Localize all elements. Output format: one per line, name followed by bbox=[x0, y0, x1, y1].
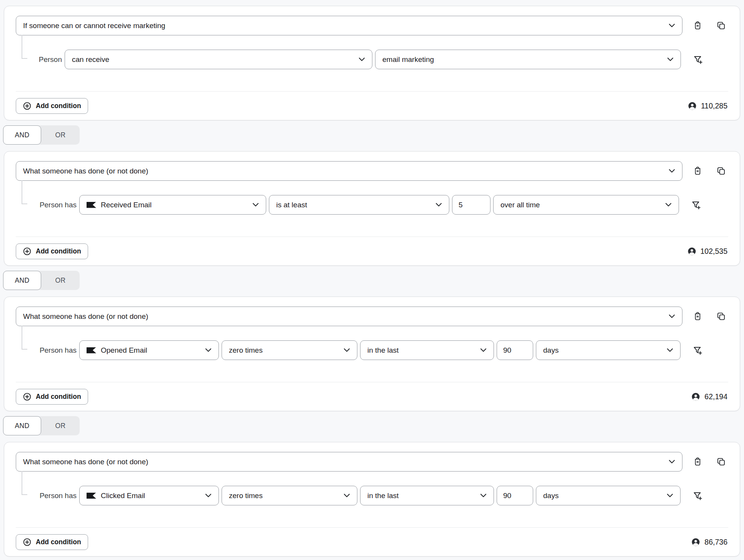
operator-select[interactable]: is at least bbox=[269, 195, 449, 215]
filter-plus-icon bbox=[693, 55, 703, 65]
plus-circle-icon bbox=[23, 102, 32, 110]
condition-block-3: What someone has done (or not done) Pers… bbox=[4, 297, 740, 411]
and-button[interactable]: AND bbox=[3, 125, 41, 145]
condition-row: Person has Opened Email zero times in th… bbox=[16, 340, 728, 360]
condition-type-select[interactable]: What someone has done (or not done) bbox=[16, 307, 682, 326]
connector-line bbox=[22, 180, 27, 204]
or-button[interactable]: OR bbox=[41, 416, 80, 435]
select-value: in the last bbox=[367, 492, 399, 500]
add-filter-button[interactable] bbox=[692, 345, 702, 355]
divider bbox=[16, 527, 728, 528]
condition-block-2: What someone has done (or not done) Pers… bbox=[4, 151, 740, 266]
or-button[interactable]: OR bbox=[41, 125, 80, 145]
flag-icon bbox=[87, 202, 96, 208]
delete-condition-button[interactable] bbox=[693, 21, 702, 30]
chevron-down-icon bbox=[660, 203, 672, 207]
window-value-input[interactable] bbox=[497, 486, 533, 505]
audience-count: 86,736 bbox=[691, 537, 728, 547]
segment-builder: If someone can or cannot receive marketi… bbox=[0, 0, 744, 557]
condition-header: If someone can or cannot receive marketi… bbox=[16, 16, 728, 35]
chevron-down-icon bbox=[338, 348, 350, 352]
delete-condition-button[interactable] bbox=[693, 312, 702, 321]
add-condition-label: Add condition bbox=[36, 102, 81, 110]
trash-icon bbox=[693, 312, 702, 321]
window-select[interactable]: in the last bbox=[360, 486, 494, 505]
chevron-down-icon bbox=[475, 493, 487, 498]
add-filter-button[interactable] bbox=[691, 200, 701, 210]
and-button[interactable]: AND bbox=[3, 416, 41, 435]
condition-type-select[interactable]: What someone has done (or not done) bbox=[16, 161, 682, 181]
audience-count-value: 86,736 bbox=[704, 538, 727, 547]
condition-actions bbox=[693, 21, 726, 30]
chevron-down-icon bbox=[200, 493, 212, 498]
and-button[interactable]: AND bbox=[3, 271, 41, 290]
chevron-down-icon bbox=[661, 493, 673, 498]
audience-count: 102,535 bbox=[687, 247, 729, 256]
timeframe-select[interactable]: over all time bbox=[493, 195, 679, 215]
condition-type-value: What someone has done (or not done) bbox=[23, 167, 148, 175]
condition-type-select[interactable]: What someone has done (or not done) bbox=[16, 452, 682, 472]
duplicate-condition-button[interactable] bbox=[716, 21, 726, 30]
audience-count-value: 110,285 bbox=[701, 102, 727, 110]
duplicate-condition-button[interactable] bbox=[716, 166, 726, 176]
event-select[interactable]: Clicked Email bbox=[79, 486, 219, 505]
audience-count: 110,285 bbox=[687, 101, 728, 111]
audience-count: 62,194 bbox=[691, 392, 728, 402]
condition-actions bbox=[693, 166, 726, 176]
duplicate-condition-button[interactable] bbox=[716, 312, 726, 321]
copy-icon bbox=[716, 457, 726, 467]
chevron-down-icon bbox=[353, 57, 365, 62]
flag-icon bbox=[87, 493, 96, 499]
add-condition-button[interactable]: Add condition bbox=[16, 98, 88, 114]
delete-condition-button[interactable] bbox=[693, 166, 702, 176]
person-circle-icon bbox=[691, 537, 701, 547]
duplicate-condition-button[interactable] bbox=[716, 457, 726, 467]
condition-footer: Add condition 62,194 bbox=[16, 389, 728, 405]
chevron-down-icon bbox=[663, 169, 675, 173]
window-unit-select[interactable]: days bbox=[536, 340, 681, 360]
and-or-toggle-2: AND OR bbox=[3, 271, 80, 290]
connector-line bbox=[22, 471, 27, 495]
and-or-toggle-3: AND OR bbox=[3, 416, 80, 435]
copy-icon bbox=[716, 312, 726, 321]
condition-type-value: What someone has done (or not done) bbox=[23, 458, 148, 466]
add-filter-button[interactable] bbox=[692, 491, 702, 501]
select-value: days bbox=[543, 346, 559, 355]
delete-condition-button[interactable] bbox=[693, 457, 702, 467]
add-condition-button[interactable]: Add condition bbox=[16, 243, 88, 259]
copy-icon bbox=[716, 166, 726, 176]
event-select[interactable]: Opened Email bbox=[79, 340, 219, 360]
plus-circle-icon bbox=[23, 247, 32, 256]
person-circle-icon bbox=[687, 247, 697, 256]
chevron-down-icon bbox=[247, 203, 259, 207]
select-value: email marketing bbox=[382, 55, 434, 64]
event-select[interactable]: Received Email bbox=[79, 195, 266, 215]
condition-row: Person has Received Email is at least ov… bbox=[16, 195, 728, 215]
chevron-down-icon bbox=[662, 57, 674, 62]
divider bbox=[16, 91, 728, 92]
window-value-input[interactable] bbox=[497, 340, 533, 360]
marketing-channel-select[interactable]: email marketing bbox=[375, 50, 681, 69]
select-value: in the last bbox=[367, 346, 399, 355]
condition-footer: Add condition 110,285 bbox=[16, 98, 728, 114]
condition-actions bbox=[693, 312, 726, 321]
condition-block-1: If someone can or cannot receive marketi… bbox=[4, 6, 740, 120]
or-button[interactable]: OR bbox=[41, 271, 80, 290]
condition-header: What someone has done (or not done) bbox=[16, 452, 728, 472]
add-filter-button[interactable] bbox=[693, 55, 703, 65]
window-select[interactable]: in the last bbox=[360, 340, 494, 360]
condition-type-value: What someone has done (or not done) bbox=[23, 312, 148, 321]
condition-actions bbox=[693, 457, 726, 467]
add-condition-label: Add condition bbox=[36, 393, 81, 401]
window-unit-select[interactable]: days bbox=[536, 486, 681, 505]
add-condition-button[interactable]: Add condition bbox=[16, 534, 88, 550]
frequency-select[interactable]: zero times bbox=[222, 486, 357, 505]
marketing-permission-select[interactable]: can receive bbox=[65, 50, 372, 69]
select-value: Clicked Email bbox=[101, 492, 145, 500]
condition-type-select[interactable]: If someone can or cannot receive marketi… bbox=[16, 16, 682, 35]
add-condition-button[interactable]: Add condition bbox=[16, 389, 88, 405]
select-value: zero times bbox=[229, 346, 263, 355]
condition-type-value: If someone can or cannot receive marketi… bbox=[23, 22, 165, 30]
event-count-input[interactable] bbox=[452, 195, 490, 215]
frequency-select[interactable]: zero times bbox=[222, 340, 357, 360]
